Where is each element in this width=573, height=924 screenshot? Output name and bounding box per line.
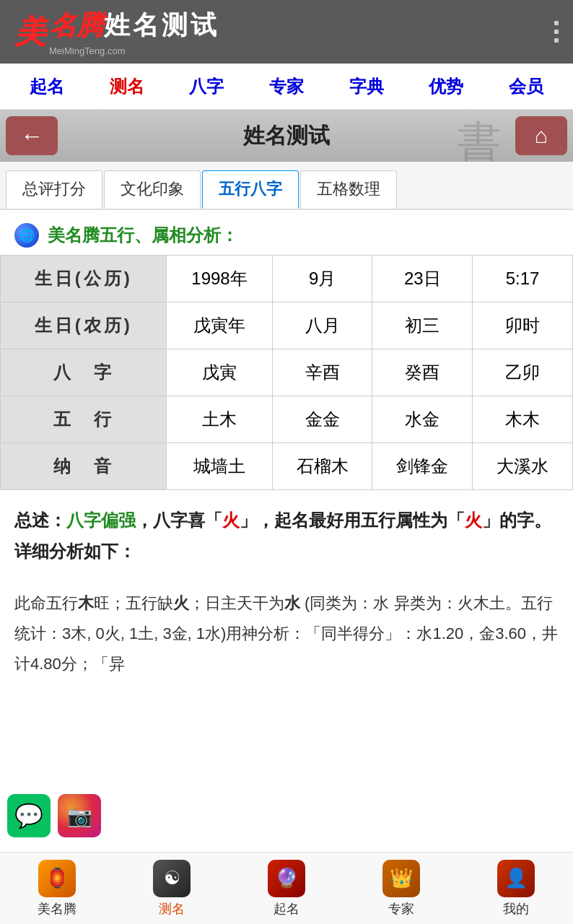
cell-4-3: 大溪水 (473, 443, 573, 490)
mine-img: 👤 (504, 867, 528, 889)
expert-img: 👑 (390, 867, 413, 889)
nav-cename[interactable]: 测名 (101, 69, 153, 104)
logo-icon: 美 (14, 16, 46, 48)
tabs-container: 总评打分 文化印象 五行八字 五格数理 (0, 162, 573, 210)
dot1 (554, 21, 559, 25)
cell-1-1: 八月 (272, 302, 372, 349)
back-icon: ← (20, 123, 43, 149)
cename-icon: ☯ (153, 860, 191, 897)
bottom-nav-mine[interactable]: 👤 我的 (458, 860, 573, 918)
nav-qiming[interactable]: 起名 (21, 69, 73, 104)
camera-float-button[interactable]: 📷 (58, 794, 101, 837)
section-title: 美名腾五行、属相分析： (48, 224, 238, 247)
bottom-nav-expert[interactable]: 👑 专家 (344, 860, 458, 918)
table-row: 生日(农历) 戊寅年 八月 初三 卯时 (1, 302, 573, 349)
row-label-0: 生日(公历) (1, 256, 167, 302)
summary-mid2: 」，起名最好用五行属性为「 (240, 510, 465, 530)
logo-char1: 名 (49, 7, 76, 44)
cell-3-0: 土木 (167, 396, 272, 443)
birth-table: 生日(公历) 1998年 9月 23日 5:17 生日(农历) 戊寅年 八月 初… (0, 255, 573, 490)
summary-section: 总述：八字偏强，八字喜「火」，起名最好用五行属性为「火」的字。详细分析如下： (0, 490, 573, 581)
naming-icon: 🔮 (268, 860, 305, 897)
meimingteng-icon: 🏮 (38, 860, 76, 897)
row-label-1: 生日(农历) (1, 302, 167, 349)
page-header: ← 姓名测试 書 ⌂ (0, 110, 573, 162)
summary-strong: 八字偏强 (66, 510, 136, 530)
cell-1-3: 卯时 (473, 302, 573, 349)
cename-label: 测名 (159, 900, 185, 918)
logo-text: 姓名测试 (104, 8, 219, 43)
cell-0-0: 1998年 (167, 256, 272, 302)
globe-icon: 🌐 (19, 227, 35, 243)
menu-button[interactable] (554, 21, 559, 43)
wood-bold: 木 (78, 594, 94, 612)
logo-char2: 腾 (76, 7, 104, 44)
summary-fire1: 火 (222, 510, 240, 530)
summary-mid1: ，八字喜「 (136, 510, 222, 530)
summary-fire2: 火 (465, 510, 482, 530)
nav-bazi[interactable]: 八字 (180, 69, 232, 104)
wechat-float-button[interactable]: 💬 (7, 794, 51, 837)
cell-4-1: 石榴木 (272, 443, 372, 490)
tab-wuxing[interactable]: 五行八字 (202, 170, 299, 209)
back-button[interactable]: ← (6, 116, 58, 155)
mine-icon: 👤 (497, 860, 535, 897)
bottom-nav-cename[interactable]: ☯ 测名 (115, 860, 229, 918)
wechat-icon: 💬 (14, 802, 43, 829)
cell-1-2: 初三 (372, 302, 473, 349)
home-button[interactable]: ⌂ (515, 116, 567, 155)
detail-text: 此命五行木旺；五行缺火；日主天干为水 (同类为：水 异类为：火木土。五行统计：3… (14, 594, 558, 673)
row-label-3: 五 行 (1, 396, 167, 443)
summary-prefix: 总述： (14, 510, 66, 530)
cell-1-0: 戊寅年 (167, 302, 272, 349)
naming-img: 🔮 (275, 867, 298, 889)
section-icon: 🌐 (14, 223, 39, 248)
cell-3-1: 金金 (272, 396, 372, 443)
cell-0-2: 23日 (372, 256, 473, 302)
expert-label: 专家 (388, 900, 414, 918)
camera-icon: 📷 (67, 804, 92, 828)
bottom-nav: 🏮 美名腾 ☯ 测名 🔮 起名 👑 专家 👤 我的 (0, 852, 573, 924)
tab-wuge[interactable]: 五格数理 (300, 170, 397, 209)
logo: 美 名 腾 姓名测试 MeiMingTeng.com (14, 7, 219, 56)
nav-youshi[interactable]: 优势 (420, 69, 472, 104)
logo-url: MeiMingTeng.com (49, 45, 219, 56)
nav-zhuanjia[interactable]: 专家 (261, 69, 312, 104)
expert-icon: 👑 (382, 860, 420, 897)
table-row: 八 字 戊寅 辛酉 癸酉 乙卯 (1, 349, 573, 396)
bottom-nav-meimingteng[interactable]: 🏮 美名腾 (0, 860, 115, 918)
fire-bold: 火 (173, 594, 189, 612)
table-row: 生日(公历) 1998年 9月 23日 5:17 (1, 256, 573, 302)
cename-img: ☯ (164, 867, 180, 889)
table-row: 五 行 土木 金金 水金 木木 (1, 396, 573, 443)
cell-3-3: 木木 (473, 396, 573, 443)
top-header: 美 名 腾 姓名测试 MeiMingTeng.com (0, 0, 573, 64)
section-header: 🌐 美名腾五行、属相分析： (0, 210, 573, 255)
meimingteng-img: 🏮 (45, 867, 69, 889)
cell-2-1: 辛酉 (272, 349, 372, 396)
detail-section: 此命五行木旺；五行缺火；日主天干为水 (同类为：水 异类为：火木土。五行统计：3… (0, 581, 573, 693)
mine-label: 我的 (503, 900, 529, 918)
cell-0-1: 9月 (272, 256, 372, 302)
nav-huiyuan[interactable]: 会员 (500, 69, 552, 104)
cell-3-2: 水金 (372, 396, 473, 443)
cell-4-2: 剑锋金 (372, 443, 473, 490)
page-title: 姓名测试 (243, 121, 330, 151)
cell-0-3: 5:17 (473, 256, 573, 302)
water-bold: 水 (284, 594, 300, 612)
nav-zidian[interactable]: 字典 (341, 69, 393, 104)
home-icon: ⌂ (535, 123, 548, 148)
cell-2-3: 乙卯 (473, 349, 573, 396)
tab-zoneping[interactable]: 总评打分 (6, 170, 102, 209)
naming-label: 起名 (274, 900, 299, 918)
tab-wenhua[interactable]: 文化印象 (104, 170, 201, 209)
dot2 (554, 30, 559, 34)
nav-bar: 起名 测名 八字 专家 字典 优势 会员 (0, 64, 573, 110)
bottom-nav-naming[interactable]: 🔮 起名 (229, 860, 344, 918)
table-row: 纳 音 城墙土 石榴木 剑锋金 大溪水 (1, 443, 573, 490)
cell-2-0: 戊寅 (167, 349, 272, 396)
cell-4-0: 城墙土 (167, 443, 272, 490)
row-label-2: 八 字 (1, 349, 167, 396)
row-label-4: 纳 音 (1, 443, 167, 490)
dot3 (554, 38, 559, 43)
